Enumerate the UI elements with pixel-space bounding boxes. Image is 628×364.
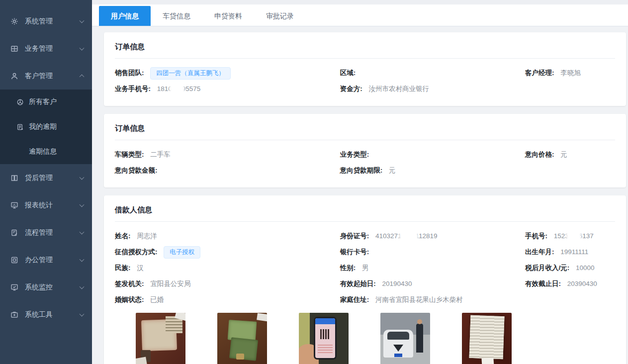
photo-thumbnail[interactable] [136,313,185,364]
field-label: 有效起始日: [340,280,376,287]
redaction-patch [567,232,580,240]
sidebar-item-postloan-mgmt[interactable]: 贷后管理 [0,164,92,191]
field-vehicle-type: 车辆类型: 二手车 [115,150,340,159]
field-value: 4103271112819 [375,232,438,240]
sidebar-item-office-mgmt[interactable]: 办公管理 [0,246,92,273]
field-label: 性别: [340,264,356,272]
order-info-card-1: 订单信息 销售团队: 四团一营（直属王鹏飞） 区域: 客户经理: 李晓旭 业务手… [104,32,626,106]
field-value: 元 [389,167,396,174]
field-value: 元 [560,151,567,158]
report-monitor-icon [10,201,18,209]
field-label: 银行卡号: [340,248,369,256]
tab-user-info[interactable]: 用户信息 [99,6,151,26]
phone-qr-photo[interactable]: 视频截图 [299,313,349,364]
photo-thumbnail[interactable] [462,313,512,364]
field-label: 婚姻状态: [115,296,144,303]
chevron-down-icon [80,229,85,234]
content-area: 订单信息 销售团队: 四团一营（直属王鹏飞） 区域: 客户经理: 李晓旭 业务手… [92,26,628,364]
chevron-down-icon [80,202,85,207]
field-label: 资金方: [340,85,362,92]
sidebar-item-my-overdue[interactable]: 我的逾期 [0,114,92,139]
car-with-person-photo[interactable]: 人车合影 [380,313,430,364]
sidebar-item-system-mgmt[interactable]: 系统管理 [0,7,92,35]
field-label: 有效截止日: [525,280,561,287]
field-issuing-authority: 签发机关: 宜阳县公安局 [115,279,340,288]
field-label: 业务类型: [340,151,369,158]
order-info-card-2: 订单信息 车辆类型: 二手车 业务类型: 意向价格: 元 意向贷款金额: [104,114,626,187]
gear-icon [10,17,18,25]
tab-car-loan-info[interactable]: 车贷信息 [151,6,202,26]
id-card-photo[interactable]: 身份证 [136,313,185,364]
sidebar-item-system-tools[interactable]: 系统工具 [0,301,92,328]
field-bank-card: 银行卡号: [340,248,525,257]
field-label: 家庭住址: [340,296,369,303]
chevron-down-icon [80,175,85,180]
field-label: 车辆类型: [115,151,144,158]
field-account-manager: 客户经理: 李晓旭 [525,69,615,78]
field-value: 河南省宜阳县花果山乡木柴村 [375,296,463,303]
photo-thumbnail[interactable] [217,313,267,364]
field-id-number: 身份证号: 4103271112819 [340,232,525,241]
field-value: 20390430 [567,280,597,287]
field-region: 区域: [340,69,525,78]
field-valid-from: 有效起始日: 20190430 [340,279,525,288]
top-strip [92,0,628,4]
field-label: 意向贷款期限: [340,167,383,174]
field-business-phone: 业务手机号: 181095575 [115,85,340,93]
field-income: 税后月收入/元: 10000 [525,264,615,273]
customer-mgmt-submenu: 所有客户 我的逾期 逾期信息 [0,90,92,164]
field-value: 20190430 [382,280,412,287]
main-content: 用户信息 车贷信息 申贷资料 审批记录 订单信息 销售团队: 四团一营（直属王鹏… [92,0,628,364]
sidebar-item-system-monitor[interactable]: 系统监控 [0,273,92,301]
document-photos-row: 身份证 驾驶证副页 视频截图 [115,313,615,364]
field-credit-auth: 征信授权方式: 电子授权 [115,246,340,259]
sidebar-item-all-customers[interactable]: 所有客户 [0,90,92,114]
field-mobile: 手机号: 15236137 [525,232,615,241]
sidebar-item-customer-mgmt[interactable]: 客户管理 [0,62,92,90]
sidebar-item-process-mgmt[interactable]: 流程管理 [0,219,92,246]
field-business-type: 业务类型: [340,150,525,159]
field-value: 周志洋 [137,232,157,240]
field-label: 手机号: [525,232,547,240]
field-home-address: 家庭住址: 河南省宜阳县花果山乡木柴村 [340,295,525,304]
field-sales-team: 销售团队: 四团一营（直属王鹏飞） [115,67,340,80]
tab-loan-application-docs[interactable]: 申贷资料 [202,6,254,26]
sidebar-item-report-stats[interactable]: 报表统计 [0,191,92,219]
sidebar-item-business-mgmt[interactable]: 业务管理 [0,35,92,62]
detail-tabbar: 用户信息 车贷信息 申贷资料 审批记录 [92,4,628,26]
tab-approval-records[interactable]: 审批记录 [254,6,306,26]
field-label: 业务手机号: [115,85,151,92]
card-title: 订单信息 [115,121,615,140]
card-title: 订单信息 [115,39,615,59]
sidebar-item-label: 系统工具 [25,310,53,319]
field-name: 姓名: 周志洋 [115,232,340,241]
field-value: 李晓旭 [560,69,581,77]
photo-thumbnail[interactable] [299,313,349,364]
field-funder: 资金方: 汝州市农村商业银行 [340,85,525,93]
chevron-down-icon [80,311,85,316]
sidebar-item-label: 系统管理 [25,17,53,26]
field-value: 汉 [137,264,144,272]
chevron-down-icon [80,45,85,50]
workflow-icon [10,229,18,237]
handwritten-doc-photo[interactable]: 其他材料 [462,313,512,364]
sales-team-tag[interactable]: 四团一营（直属王鹏飞） [150,67,231,80]
green-booklet-photo[interactable]: 驾驶证副页 [217,313,267,364]
sidebar-item-label: 办公管理 [25,256,53,265]
field-value: 二手车 [150,151,171,158]
field-marital-status: 婚姻状态: 已婚 [115,295,340,304]
field-value: 汝州市农村商业银行 [368,85,429,92]
sidebar-item-label: 系统监控 [25,283,53,292]
field-gender: 性别: 男 [340,264,525,273]
chevron-down-icon [80,284,85,289]
sidebar-item-label: 逾期信息 [29,147,57,156]
chevron-down-icon [80,257,85,262]
user-icon [10,72,18,80]
field-label: 身份证号: [340,232,369,240]
sidebar-item-overdue-info[interactable]: 逾期信息 [0,139,92,164]
field-label: 征信授权方式: [115,248,158,256]
field-value: 宜阳县公安局 [150,280,190,287]
photo-thumbnail[interactable] [380,313,430,364]
field-label: 民族: [115,264,131,272]
chevron-down-icon [80,18,85,23]
